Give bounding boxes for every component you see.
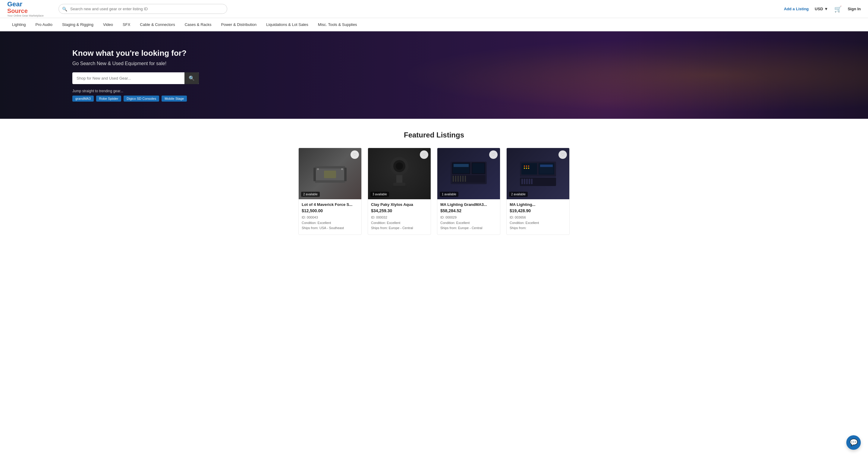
listing-price: $19,428.90: [510, 208, 566, 213]
sign-in-button[interactable]: Sign In: [848, 7, 861, 11]
svg-rect-39: [521, 179, 523, 184]
trending-tag-robe[interactable]: Robe Spiider: [96, 96, 121, 101]
nav-item-cable[interactable]: Cable & Connectors: [135, 22, 180, 27]
svg-rect-13: [392, 186, 407, 188]
svg-point-6: [341, 168, 343, 170]
svg-point-33: [528, 165, 529, 167]
svg-rect-40: [524, 179, 525, 184]
svg-rect-1: [315, 166, 345, 169]
nav-item-power[interactable]: Power & Distribution: [216, 22, 261, 27]
listing-image: 2 available ♡: [299, 148, 361, 199]
listing-meta: ID: 000043 Condition: Excellent Ships fr…: [302, 215, 358, 231]
listing-condition: Condition: Excellent: [371, 220, 428, 226]
listing-id: ID: 000029: [440, 215, 497, 220]
nav-bar: Lighting Pro Audio Staging & Rigging Vid…: [0, 18, 868, 31]
svg-rect-22: [455, 176, 456, 182]
add-listing-button[interactable]: Add a Listing: [784, 7, 809, 11]
listing-meta: ID: 000029 Condition: Excellent Ships fr…: [440, 215, 497, 231]
trending-label: Jump straight to trending gear...: [72, 89, 199, 93]
svg-rect-42: [529, 179, 530, 184]
svg-rect-25: [462, 176, 464, 182]
cart-icon[interactable]: 🛒: [834, 5, 842, 13]
trending-tags: grandMA3 Robe Spiider Digico SD Consoles…: [72, 96, 199, 101]
listing-name: MA Lighting...: [510, 202, 566, 207]
listing-badge: 2 available: [509, 192, 528, 197]
listing-badge: 3 available: [370, 192, 389, 197]
listing-condition: Condition: Excellent: [510, 220, 566, 226]
listings-grid: 2 available ♡ Lot of 4 Maverick Force S.…: [7, 148, 861, 235]
search-input[interactable]: [59, 4, 227, 14]
nav-item-sfx[interactable]: SFX: [118, 22, 135, 27]
svg-rect-26: [465, 176, 466, 182]
listing-badge: 1 available: [440, 192, 458, 197]
trending-tag-mobile-stage[interactable]: Mobile Stage: [161, 96, 187, 101]
listing-id: ID: 000043: [302, 215, 358, 220]
svg-rect-7: [324, 171, 336, 178]
nav-item-staging[interactable]: Staging & Rigging: [57, 22, 98, 27]
wishlist-button[interactable]: ♡: [558, 150, 567, 159]
trending-tag-digico[interactable]: Digico SD Consoles: [124, 96, 159, 101]
listing-info: Lot of 4 Maverick Force S... $12,500.00 …: [299, 199, 361, 235]
currency-selector[interactable]: USD ▼: [815, 7, 828, 11]
listing-condition: Condition: Excellent: [302, 220, 358, 226]
listing-ships: Ships from: Europe - Central: [440, 225, 497, 231]
listing-name: Clay Paky Xtylos Aqua: [371, 202, 428, 207]
listing-card[interactable]: 2 available ♡ MA Lighting... $19,428.90 …: [506, 148, 569, 235]
wishlist-button[interactable]: ♡: [489, 150, 498, 159]
hero-search-button[interactable]: 🔍: [184, 72, 199, 84]
listing-card[interactable]: 3 available ♡ Clay Paky Xtylos Aqua $34,…: [368, 148, 431, 235]
hero-content: Know what you're looking for? Go Search …: [0, 49, 199, 101]
hero-search-input[interactable]: [72, 73, 184, 84]
svg-point-35: [526, 167, 527, 169]
hero-subtitle: Go Search New & Used Equipment for sale!: [72, 61, 199, 66]
nav-item-misc[interactable]: Misc. Tools & Supplies: [313, 22, 362, 27]
listing-badge: 2 available: [301, 192, 320, 197]
currency-label: USD: [815, 7, 823, 11]
nav-item-lighting[interactable]: Lighting: [7, 22, 31, 27]
logo-tagline: Your Online Gear Marketplace: [7, 14, 44, 17]
listing-info: Clay Paky Xtylos Aqua $34,259.30 ID: 000…: [368, 199, 431, 235]
nav-item-cases[interactable]: Cases & Racks: [180, 22, 216, 27]
svg-rect-2: [315, 180, 345, 183]
logo[interactable]: Gear Source Your Online Gear Marketplace: [7, 1, 50, 17]
hero-section: Know what you're looking for? Go Search …: [0, 31, 868, 119]
nav-item-liquidations[interactable]: Liquidations & Lot Sales: [261, 22, 313, 27]
nav-item-video[interactable]: Video: [98, 22, 118, 27]
svg-rect-20: [472, 163, 485, 173]
listing-ships: Ships from:: [510, 225, 566, 231]
listing-id: ID: 000032: [371, 215, 428, 220]
wishlist-button[interactable]: ♡: [420, 150, 428, 159]
svg-rect-12: [393, 183, 405, 186]
header: Gear Source Your Online Gear Marketplace…: [0, 0, 868, 18]
listing-price: $58,284.52: [440, 208, 497, 213]
listing-image: 1 available ♡: [437, 148, 500, 199]
hero-title: Know what you're looking for?: [72, 49, 199, 58]
listing-name: MA Lighting GrandMA3...: [440, 202, 497, 207]
svg-rect-17: [452, 175, 485, 183]
listing-info: MA Lighting GrandMA3... $58,284.52 ID: 0…: [437, 199, 500, 235]
featured-section: Featured Listings 2 availab: [0, 119, 868, 244]
svg-rect-23: [458, 176, 459, 182]
search-bar: 🔍: [59, 4, 227, 14]
listing-meta: ID: 003656 Condition: Excellent Ships fr…: [510, 215, 566, 231]
wishlist-button[interactable]: ♡: [350, 150, 359, 159]
nav-item-pro-audio[interactable]: Pro Audio: [31, 22, 57, 27]
svg-rect-3: [313, 167, 316, 181]
listing-info: MA Lighting... $19,428.90 ID: 003656 Con…: [507, 199, 569, 235]
trending-tag-grandma3[interactable]: grandMA3: [72, 96, 94, 101]
svg-point-10: [396, 162, 403, 170]
featured-title: Featured Listings: [7, 131, 861, 139]
svg-rect-21: [453, 176, 454, 182]
svg-point-5: [317, 168, 319, 170]
listing-card[interactable]: 2 available ♡ Lot of 4 Maverick Force S.…: [299, 148, 362, 235]
listing-card[interactable]: 1 available ♡ MA Lighting GrandMA3... $5…: [437, 148, 500, 235]
svg-point-31: [524, 165, 525, 167]
listing-ships: Ships from: USA - Southeast: [302, 225, 358, 231]
listing-name: Lot of 4 Maverick Force S...: [302, 202, 358, 207]
svg-rect-19: [454, 164, 469, 167]
listing-price: $34,259.30: [371, 208, 428, 213]
svg-point-36: [528, 167, 529, 169]
svg-point-32: [526, 165, 527, 167]
svg-rect-4: [344, 167, 347, 181]
svg-rect-38: [540, 164, 553, 167]
